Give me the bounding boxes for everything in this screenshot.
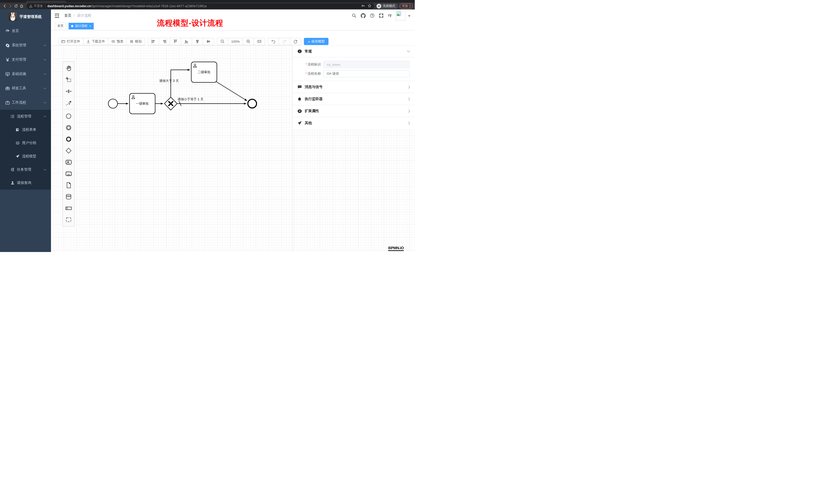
end-event-icon[interactable] [63,133,74,145]
sidebar-logo[interactable]: 芋道管理系统 [0,9,51,24]
section-extended-attributes[interactable]: 扩展属性 [293,105,415,117]
sidebar-item-process-model[interactable]: 流程模型 [0,150,51,163]
zoom-out-icon[interactable] [217,38,228,45]
exclusive-gateway[interactable] [165,97,177,110]
flow-label-le1[interactable]: 请假小于等于 1 天 [177,98,204,101]
tree-list-icon [10,114,15,119]
key-icon[interactable] [361,4,365,8]
undo-icon[interactable] [268,38,279,45]
info-icon: i [297,49,302,53]
align-top-icon[interactable] [170,38,181,45]
save-model-button[interactable]: + 保存模型 [304,38,328,45]
sidebar-item-leave-query[interactable]: 请假查询 [0,176,51,190]
task-second-approval[interactable]: 二级审批 [191,62,217,82]
close-icon[interactable]: × [89,25,91,28]
sidebar-item-user-group[interactable]: 用户分组 [0,137,51,150]
preview-button[interactable]: 预览 [108,38,127,45]
tag-home[interactable]: 首页 [55,23,66,30]
avatar[interactable] [396,11,405,21]
align-bottom-icon[interactable] [181,38,192,45]
process-name-input[interactable] [323,70,410,77]
sidebar-item-devtools[interactable]: 研发工具 [0,81,51,95]
sidebar-item-workflow[interactable]: 工作流程 [0,95,51,110]
redo-icon[interactable] [279,38,290,45]
sidebar-item-home[interactable]: 首页 [0,24,51,38]
kebab-menu-icon[interactable] [410,4,410,8]
download-file-button[interactable]: 下载文件 [83,38,108,45]
user-task-icon[interactable] [63,156,74,168]
help-icon[interactable] [370,13,374,18]
align-left-icon[interactable] [148,38,159,45]
zoom-reset-icon[interactable] [254,38,265,45]
bpmn-io-logo[interactable]: BPMN.iO [388,245,404,251]
data-object-icon[interactable] [63,179,74,191]
align-right-icon[interactable] [159,38,170,45]
font-size-icon[interactable]: TT [388,13,392,18]
section-other[interactable]: 其他 [293,117,415,129]
bpmn-canvas[interactable]: 请假大于 3 天 请假小于等于 1 天 一级审批 [51,45,415,252]
global-connect-icon[interactable] [63,97,74,109]
monitor-icon [5,72,10,76]
lasso-tool-icon[interactable] [63,74,74,85]
align-center-vertical-icon[interactable] [192,38,203,45]
sidebar-item-process-mgmt[interactable]: 流程管理 [0,110,51,123]
star-icon[interactable] [368,4,371,8]
paper-plane-icon [15,154,20,159]
tag-design-process[interactable]: 设计流程 × [69,23,94,30]
flow-label-gt3[interactable]: 请假大于 3 天 [159,79,179,83]
subprocess-icon[interactable] [63,168,74,179]
sidebar-item-system[interactable]: 系统管理 [0,38,51,52]
process-key-input[interactable] [323,61,410,68]
section-general[interactable]: i 常规 [293,45,415,57]
plus-icon: + [308,39,310,44]
section-execution-listener[interactable]: 执行监听器 [293,93,415,105]
search-icon[interactable] [352,13,356,18]
chevron-right-icon [408,98,410,101]
url-host: dashboard.yudao.iocoder.cn [47,4,91,8]
start-event[interactable] [108,99,117,108]
align-center-horizontal-icon[interactable] [203,38,214,45]
sidebar-item-task-mgmt[interactable]: 任务管理 [0,163,51,176]
zoom-in-icon[interactable] [243,38,254,45]
simulate-button[interactable]: 模拟 [127,38,145,45]
back-icon[interactable] [2,4,7,9]
hand-tool-icon[interactable] [63,63,74,74]
svg-text:i: i [299,50,300,53]
chevron-down-icon [43,73,46,75]
sidebar-fold-icon[interactable] [55,13,60,18]
sidebar-item-payment[interactable]: 支付管理 [0,52,51,67]
data-store-icon[interactable] [63,191,74,202]
space-tool-icon[interactable] [63,85,74,97]
tag-label: 首页 [57,24,64,28]
eye-icon [111,40,115,43]
reload-icon[interactable] [13,4,19,9]
incognito-badge: 无痕模式 [376,3,398,9]
caret-down-icon[interactable] [408,14,411,18]
update-button[interactable]: 更新 [400,3,413,9]
gateway-icon[interactable] [63,145,74,156]
github-icon[interactable] [361,13,366,18]
sidebar-item-process-form[interactable]: 流程表单 [0,123,51,137]
home-icon[interactable] [19,4,24,9]
group-icon[interactable] [63,214,74,225]
security-label[interactable]: 不安全 [34,4,43,8]
fullscreen-icon[interactable] [379,13,384,18]
breadcrumb-home[interactable]: 首页 [64,13,71,18]
required-mark: * [305,72,307,75]
start-event-icon[interactable] [63,110,74,122]
restart-icon[interactable] [290,38,301,45]
open-file-button[interactable]: 打开文件 [58,38,83,45]
bell-icon [297,97,302,101]
section-message-signal[interactable]: 消息与信号 [293,81,415,93]
forward-icon[interactable] [8,4,13,9]
download-icon [86,40,90,43]
end-event[interactable] [248,99,256,108]
send-icon [297,121,302,125]
task-first-approval[interactable]: 一级审批 [130,93,155,114]
task-label: 一级审批 [136,102,149,105]
intermediate-event-icon[interactable] [63,122,74,133]
sidebar-item-infra[interactable]: 基础设施 [0,67,51,81]
url-bar[interactable]: 不安全 dashboard.yudao.iocoder.cn /bpm/mana… [27,3,374,9]
chevron-down-icon [43,44,46,46]
participant-icon[interactable] [63,202,74,214]
